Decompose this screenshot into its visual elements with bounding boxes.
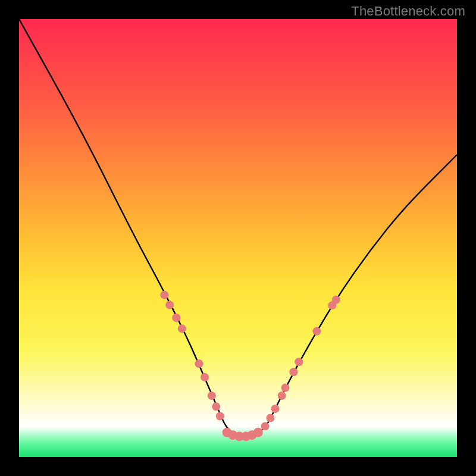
data-marker bbox=[253, 428, 263, 437]
markers-right-branch bbox=[261, 296, 340, 431]
data-marker bbox=[165, 301, 174, 309]
markers-bottom-flat bbox=[223, 428, 263, 441]
data-marker bbox=[216, 412, 224, 421]
data-marker bbox=[212, 402, 220, 411]
plot-area bbox=[19, 19, 457, 457]
data-marker bbox=[266, 414, 274, 422]
data-marker bbox=[172, 314, 180, 322]
chart-container: TheBottleneck.com bbox=[0, 0, 476, 476]
data-marker bbox=[332, 296, 340, 304]
data-marker bbox=[289, 368, 298, 376]
data-marker bbox=[312, 327, 321, 336]
watermark-text: TheBottleneck.com bbox=[351, 4, 465, 19]
data-marker bbox=[195, 359, 203, 368]
data-marker bbox=[178, 324, 186, 333]
data-marker bbox=[278, 392, 286, 400]
data-marker bbox=[261, 422, 270, 430]
curve-svg bbox=[19, 19, 457, 457]
data-marker bbox=[281, 384, 289, 392]
data-marker bbox=[295, 358, 303, 366]
data-marker bbox=[201, 373, 209, 381]
data-marker bbox=[208, 392, 216, 400]
data-marker bbox=[271, 405, 280, 413]
data-marker bbox=[160, 291, 168, 299]
bottleneck-curve bbox=[19, 19, 457, 435]
